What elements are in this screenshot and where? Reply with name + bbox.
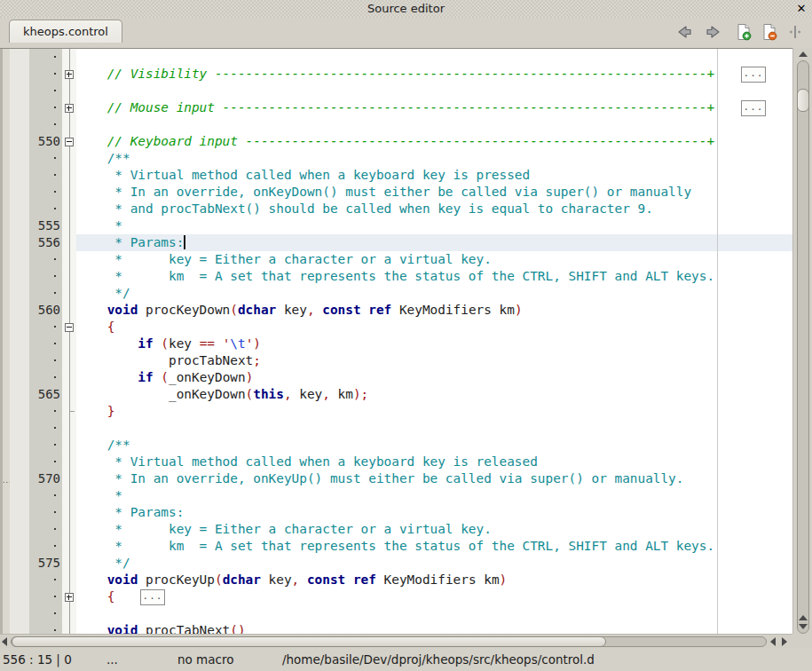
code-token: procKeyDown: [138, 303, 230, 317]
code-line[interactable]: [76, 116, 792, 133]
gutter-line: 560: [29, 302, 62, 319]
code-token: ): [500, 572, 508, 587]
fold-row: [62, 555, 76, 572]
code-token: KeyModifiers km: [391, 303, 515, 317]
nav-back-button[interactable]: [675, 23, 693, 41]
split-view-button[interactable]: [786, 23, 804, 41]
code-token: (: [161, 370, 169, 384]
fold-row: [62, 167, 76, 184]
scroll-up-icon[interactable]: [799, 615, 808, 620]
fold-row: [62, 403, 76, 420]
code-line[interactable]: * Params:: [76, 504, 792, 521]
code-token: [154, 370, 162, 384]
gutter-line: [29, 285, 62, 302]
collapsed-fold-box[interactable]: ...: [741, 100, 766, 116]
fold-collapse-marker[interactable]: [65, 323, 74, 332]
code-line[interactable]: /**: [76, 150, 792, 167]
code-line-current[interactable]: * Params:: [76, 234, 792, 251]
gutter-dot: [54, 56, 56, 58]
code-line[interactable]: {: [76, 319, 792, 336]
code-line[interactable]: void procKeyUp(dchar key, const ref KeyM…: [76, 572, 792, 588]
code-line[interactable]: procTabNext;: [76, 352, 792, 369]
code-line[interactable]: */: [76, 555, 792, 572]
code-line[interactable]: * Virtual method called when a keyboard …: [76, 167, 792, 184]
nav-forward-button[interactable]: [705, 23, 722, 41]
fold-row: [62, 622, 76, 634]
code-line[interactable]: * In an override, onKeyDown() must eithe…: [76, 184, 792, 201]
collapsed-fold-box[interactable]: ...: [741, 67, 766, 83]
scroll-right-icon[interactable]: [782, 637, 787, 646]
code-line[interactable]: if (key == '\t'): [76, 336, 792, 352]
code-line[interactable]: // Keyboard input ----------------------…: [76, 133, 792, 150]
vertical-scrollbar-thumb[interactable]: [797, 89, 809, 112]
gutter-line: [29, 521, 62, 538]
code-line[interactable]: * key = Either a character or a virtual …: [76, 521, 792, 538]
gutter-line: [29, 49, 62, 66]
code-line[interactable]: *: [76, 487, 792, 504]
new-document-button[interactable]: [735, 23, 753, 41]
code-text-area[interactable]: // Visibility --------------------------…: [76, 49, 792, 634]
code-line[interactable]: * km = A set that represents the status …: [76, 538, 792, 555]
tab-kheops-control[interactable]: kheops.control: [9, 20, 122, 43]
code-line[interactable]: // Mouse input -------------------------…: [76, 99, 792, 116]
horizontal-scrollbar[interactable]: [0, 634, 792, 648]
fold-row: [62, 521, 76, 538]
code-token: (: [246, 387, 254, 401]
gutter-dot: [54, 343, 56, 344]
collapsed-fold-box[interactable]: ...: [140, 589, 165, 605]
scroll-left-icon[interactable]: [2, 637, 7, 646]
horizontal-scrollbar-thumb[interactable]: [12, 636, 606, 647]
code-line[interactable]: [76, 420, 792, 437]
code-token: // Keyboard input ----------------------…: [76, 134, 714, 148]
scroll-up-icon[interactable]: [799, 51, 808, 57]
code-line[interactable]: {...: [76, 588, 792, 605]
fold-expand-marker[interactable]: [65, 70, 74, 79]
scroll-left-icon[interactable]: [770, 637, 776, 646]
code-line[interactable]: * Virtual method called when a keyboard …: [76, 454, 792, 470]
gutter-line: [29, 504, 62, 521]
code-line[interactable]: }: [76, 403, 792, 420]
fold-expand-marker[interactable]: [65, 104, 74, 113]
code-token: void: [107, 623, 138, 634]
fold-row: [62, 150, 76, 167]
gutter-dot: [54, 90, 56, 91]
scroll-down-icon[interactable]: [799, 624, 808, 629]
gutter-dot: [54, 292, 56, 294]
code-line[interactable]: /**: [76, 437, 792, 454]
fold-row: [62, 49, 76, 66]
gutter-line: [29, 251, 62, 268]
code-line[interactable]: if (_onKeyDown): [76, 369, 792, 386]
gutter-line: [29, 336, 62, 352]
fold-row: [62, 504, 76, 521]
vertical-scrollbar[interactable]: [792, 48, 812, 634]
close-icon[interactable]: ✕: [794, 1, 808, 16]
fold-expand-marker[interactable]: [65, 593, 74, 602]
gutter-line: [29, 184, 62, 201]
code-token: procTabNext: [76, 353, 253, 367]
code-line[interactable]: */: [76, 285, 792, 302]
code-line[interactable]: * km = A set that represents the status …: [76, 268, 792, 285]
code-token: [361, 303, 369, 317]
code-line[interactable]: [76, 605, 792, 622]
vertical-scrollbar-trough[interactable]: [797, 60, 809, 634]
gutter-line: [29, 116, 62, 133]
code-token: * km = A set that represents the status …: [76, 539, 714, 553]
code-token: ref: [368, 303, 391, 317]
code-line[interactable]: _onKeyDown(this, key, km);: [76, 386, 792, 403]
code-line[interactable]: *: [76, 217, 792, 234]
code-editor[interactable]: ... 550555556560565570575 // Visibility …: [0, 48, 812, 634]
code-line[interactable]: [76, 49, 792, 66]
remove-document-button[interactable]: [761, 23, 778, 41]
code-token: \t: [230, 336, 245, 351]
code-line[interactable]: [76, 83, 792, 99]
code-line[interactable]: void procTabNext(): [76, 622, 792, 634]
code-token: */: [76, 286, 130, 300]
code-line[interactable]: * key = Either a character or a virtual …: [76, 251, 792, 268]
code-line[interactable]: // Visibility --------------------------…: [76, 66, 792, 83]
fold-collapse-marker[interactable]: [65, 138, 74, 146]
code-line[interactable]: * and procTabNext() should be called whe…: [76, 201, 792, 217]
code-line[interactable]: * In an override, onKeyUp() must either …: [76, 470, 792, 487]
gutter-line: [29, 268, 62, 285]
code-line[interactable]: void procKeyDown(dchar key, const ref Ke…: [76, 302, 792, 319]
gutter-line: 550: [29, 133, 62, 150]
